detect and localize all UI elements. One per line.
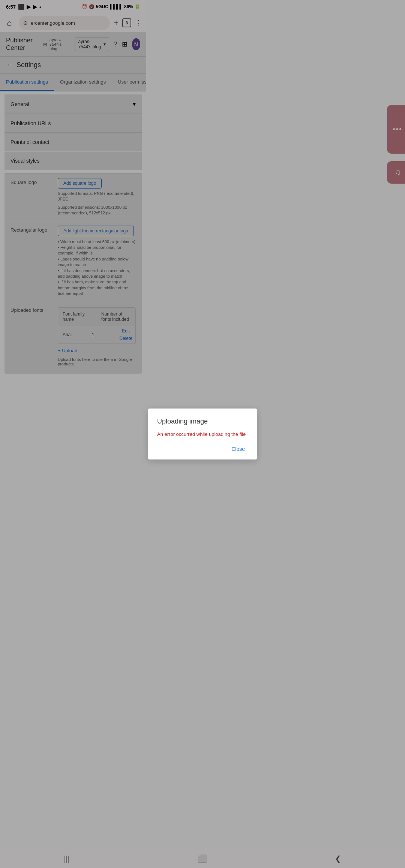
modal-overlay: Uploading image An error occurred while … <box>0 0 146 868</box>
